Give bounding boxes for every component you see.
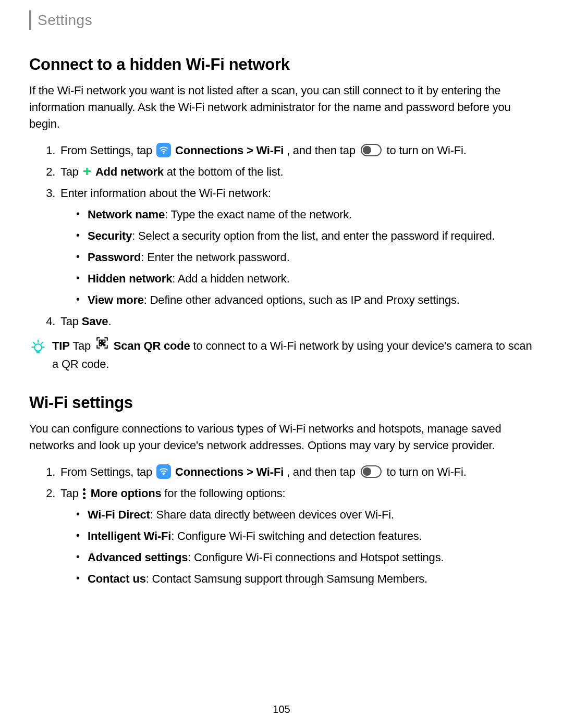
text: to turn on Wi-Fi. [387, 465, 467, 478]
bullet-wifi-direct: Wi-Fi Direct: Share data directly betwee… [76, 506, 534, 523]
label: Network name [88, 208, 165, 221]
label: Security [88, 229, 132, 242]
text: , and then tap [287, 144, 359, 157]
text: Tap [60, 487, 82, 500]
bold-connections-wifi: Connections > Wi-Fi [175, 144, 284, 157]
label: Password [88, 251, 141, 264]
text: : Configure Wi-Fi switching and detectio… [171, 529, 422, 542]
svg-point-0 [163, 152, 165, 154]
step-3: Enter information about the Wi-Fi networ… [58, 184, 534, 309]
text: Tap [72, 339, 94, 352]
page-number: 105 [0, 704, 563, 715]
bold-scan-qr: Scan QR code [114, 339, 190, 352]
svg-point-1 [34, 344, 42, 351]
bullet-intelligent-wifi: Intelligent Wi-Fi: Configure Wi-Fi switc… [76, 527, 534, 545]
text: : Define other advanced options, such as… [144, 293, 460, 306]
steps-list-2: From Settings, tap Connections > Wi-Fi ,… [29, 463, 534, 587]
label: Contact us [88, 572, 146, 585]
page-header: Settings [29, 10, 534, 30]
bold-save: Save [82, 315, 108, 328]
svg-rect-3 [103, 340, 105, 342]
text: at the bottom of the list. [167, 165, 283, 178]
bold-add-network: Add network [95, 165, 164, 178]
sub-bullets-1: Network name: Type the exact name of the… [60, 206, 534, 309]
text: : Add a hidden network. [172, 272, 289, 285]
text: From Settings, tap [60, 144, 155, 157]
intro-paragraph-1: If the Wi-Fi network you want is not lis… [29, 82, 534, 132]
label: View more [88, 293, 144, 306]
text: Tap [60, 165, 82, 178]
text: : Type the exact name of the network. [165, 208, 352, 221]
tip-block: TIP Tap Scan QR code to connect to a Wi-… [29, 337, 534, 373]
text: : Share data directly between devices ov… [150, 508, 394, 521]
tip-label: TIP [52, 339, 70, 352]
svg-point-7 [163, 474, 165, 476]
header-accent-bar [29, 10, 31, 30]
bullet-contact-us: Contact us: Contact Samsung support thro… [76, 570, 534, 587]
label: Intelligent Wi-Fi [88, 529, 171, 542]
more-options-icon [83, 488, 85, 499]
text: Enter information about the Wi-Fi networ… [60, 187, 271, 200]
sub-bullets-2: Wi-Fi Direct: Share data directly betwee… [60, 506, 534, 587]
svg-rect-6 [104, 345, 105, 346]
text: for the following options: [164, 487, 285, 500]
step-2b: Tap More options for the following optio… [58, 485, 534, 587]
text: Tap [60, 315, 82, 328]
text: From Settings, tap [60, 465, 155, 478]
wifi-icon [156, 464, 171, 479]
section-heading-wifi-settings: Wi-Fi settings [29, 393, 534, 412]
svg-rect-2 [100, 340, 102, 342]
text: , and then tap [287, 465, 359, 478]
toggle-off-icon [361, 144, 382, 156]
text: : Select a security option from the list… [132, 229, 495, 242]
text: : Enter the network password. [141, 251, 289, 264]
text: to turn on Wi-Fi. [387, 144, 467, 157]
bold-connections-wifi: Connections > Wi-Fi [175, 465, 284, 478]
header-title: Settings [38, 12, 92, 29]
step-1: From Settings, tap Connections > Wi-Fi ,… [58, 142, 534, 159]
plus-icon: + [83, 164, 91, 179]
step-1b: From Settings, tap Connections > Wi-Fi ,… [58, 463, 534, 480]
bullet-password: Password: Enter the network password. [76, 249, 534, 266]
label: Wi-Fi Direct [88, 508, 150, 521]
bullet-advanced-settings: Advanced settings: Configure Wi-Fi conne… [76, 549, 534, 566]
bullet-network-name: Network name: Type the exact name of the… [76, 206, 534, 223]
wifi-icon [156, 143, 171, 157]
label: Advanced settings [88, 551, 188, 564]
toggle-off-icon [361, 465, 382, 478]
steps-list-1: From Settings, tap Connections > Wi-Fi ,… [29, 142, 534, 330]
text: : Contact Samsung support through Samsun… [146, 572, 427, 585]
text: . [108, 315, 111, 328]
qr-code-icon [95, 336, 109, 354]
bold-more-options: More options [91, 487, 162, 500]
bullet-security: Security: Select a security option from … [76, 227, 534, 244]
lightbulb-icon [29, 338, 47, 358]
text: : Configure Wi-Fi connections and Hotspo… [188, 551, 444, 564]
tip-text: TIP Tap Scan QR code to connect to a Wi-… [52, 337, 534, 373]
bullet-hidden-network: Hidden network: Add a hidden network. [76, 270, 534, 287]
step-2: Tap + Add network at the bottom of the l… [58, 163, 534, 180]
intro-paragraph-2: You can configure connections to various… [29, 421, 534, 454]
svg-rect-4 [100, 343, 102, 346]
bullet-view-more: View more: Define other advanced options… [76, 291, 534, 309]
section-heading-hidden-wifi: Connect to a hidden Wi-Fi network [29, 55, 534, 74]
step-4: Tap Save. [58, 313, 534, 330]
label: Hidden network [88, 272, 172, 285]
